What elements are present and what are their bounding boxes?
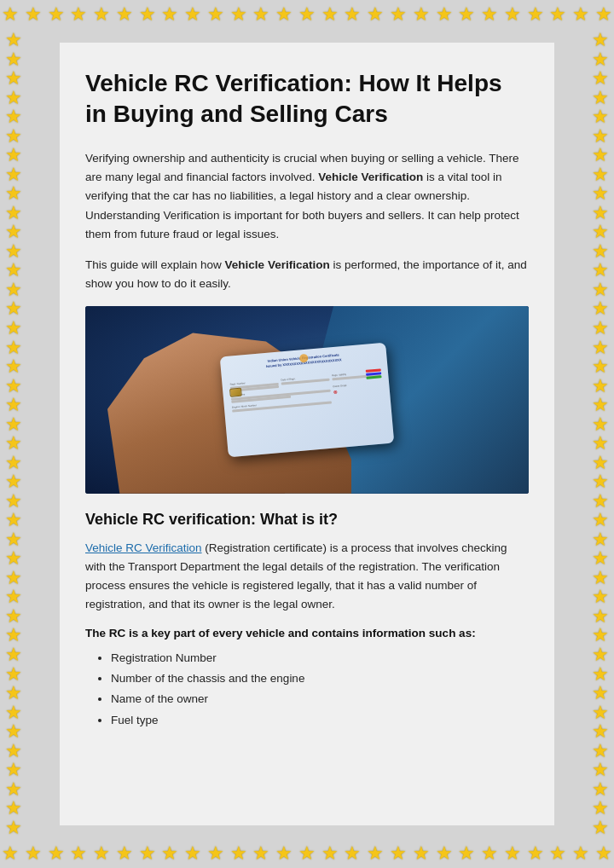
star-icon: ★ [2,844,19,863]
star-icon: ★ [592,607,609,626]
star-icon: ★ [592,454,609,472]
intro-paragraph-1: Verifying ownership and authenticity is … [85,149,529,244]
star-icon: ★ [592,761,609,779]
star-icon: ★ [207,844,224,863]
star-icon: ★ [5,511,22,529]
star-icon: ★ [5,319,22,338]
star-icon: ★ [592,569,609,587]
page-title: Vehicle RC Verification: How It Helps in… [85,68,529,130]
star-icon: ★ [25,844,42,863]
star-icon: ★ [5,684,22,703]
star-icon: ★ [139,5,156,24]
rc-info-list: Registration Number Number of the chassi… [85,648,529,731]
chip-icon [229,387,242,396]
rc-card-fields: Regn. Number Date of Regn. Regn. Validit… [229,370,382,412]
star-icon: ★ [592,242,609,261]
star-icon: ★ [367,844,384,863]
star-icon: ★ [5,31,22,49]
star-icon: ★ [592,184,609,203]
star-icon: ★ [527,844,544,863]
content-area: Vehicle RC Verification: How It Helps in… [60,43,554,825]
rc-info-bold-line: The RC is a key part of every vehicle an… [85,627,529,639]
star-icon: ★ [344,5,361,24]
star-icon: ★ [592,626,609,645]
star-icon: ★ [5,299,22,318]
star-icon: ★ [5,184,22,203]
star-icon: ★ [592,492,609,511]
star-icon: ★ [275,844,293,863]
star-icon: ★ [592,107,609,126]
star-icon: ★ [592,684,609,703]
star-icon: ★ [5,377,22,396]
star-icon: ★ [527,5,544,24]
star-icon: ★ [5,357,22,376]
star-icon: ★ [549,844,566,863]
star-icon: ★ [116,5,133,24]
star-icon: ★ [5,89,22,107]
star-icon: ★ [592,819,609,837]
star-icon: ★ [595,5,612,24]
star-icon: ★ [592,530,609,549]
star-icon: ★ [48,844,65,863]
star-icon: ★ [5,223,22,241]
star-icon: ★ [5,703,22,722]
star-icon: ★ [5,415,22,434]
star-icon: ★ [572,844,589,863]
star-icon: ★ [595,844,612,863]
star-icon: ★ [161,5,178,24]
star-icon: ★ [592,511,609,529]
star-icon: ★ [5,69,22,88]
star-icon: ★ [139,844,156,863]
star-icon: ★ [275,5,293,24]
star-icon: ★ [116,844,133,863]
star-icon: ★ [592,665,609,684]
star-icon: ★ [5,454,22,472]
star-icon: ★ [5,607,22,626]
star-icon: ★ [5,242,22,261]
star-icon: ★ [5,434,22,453]
rc-card: Indian Union Vehicle Registration Certif… [220,342,395,457]
star-col-left: ★ ★ ★ ★ ★ ★ ★ ★ ★ ★ ★ ★ ★ ★ ★ ★ ★ ★ ★ ★ … [5,31,22,837]
star-icon: ★ [592,261,609,280]
star-icon: ★ [592,434,609,453]
star-icon: ★ [481,844,498,863]
star-icon: ★ [298,5,316,24]
star-icon: ★ [5,281,22,299]
star-icon: ★ [321,844,339,863]
star-icon: ★ [5,742,22,761]
star-icon: ★ [5,165,22,184]
star-row-bottom: ★ ★ ★ ★ ★ ★ ★ ★ ★ ★ ★ ★ ★ ★ ★ ★ ★ ★ ★ ★ … [0,844,614,863]
star-icon: ★ [436,844,453,863]
star-icon: ★ [592,396,609,414]
star-icon: ★ [592,165,609,184]
star-icon: ★ [592,127,609,146]
star-icon: ★ [592,357,609,376]
star-icon: ★ [5,780,22,799]
list-item: Fuel type [111,710,529,731]
star-icon: ★ [592,339,609,357]
intro-bold-1: Vehicle Verification [318,171,423,183]
star-icon: ★ [5,799,22,818]
star-icon: ★ [504,5,521,24]
star-icon: ★ [367,5,384,24]
star-icon: ★ [592,146,609,165]
intro-bold-2: Vehicle Verification [225,258,330,271]
star-icon: ★ [5,569,22,587]
star-icon: ★ [592,645,609,664]
star-icon: ★ [207,5,224,24]
star-icon: ★ [592,50,609,69]
star-icon: ★ [592,549,609,568]
rc-stripe [366,368,383,388]
star-icon: ★ [5,722,22,741]
star-icon: ★ [592,299,609,318]
star-icon: ★ [184,5,201,24]
star-icon: ★ [5,626,22,645]
rc-verification-link[interactable]: Vehicle RC Verification [85,541,202,554]
section1-title: Vehicle RC verification: What is it? [85,511,529,529]
star-icon: ★ [230,5,247,24]
star-icon: ★ [592,281,609,299]
star-icon: ★ [390,5,407,24]
star-icon: ★ [5,645,22,664]
star-icon: ★ [184,844,201,863]
rc-field-date: Date of Regn. [281,374,330,387]
